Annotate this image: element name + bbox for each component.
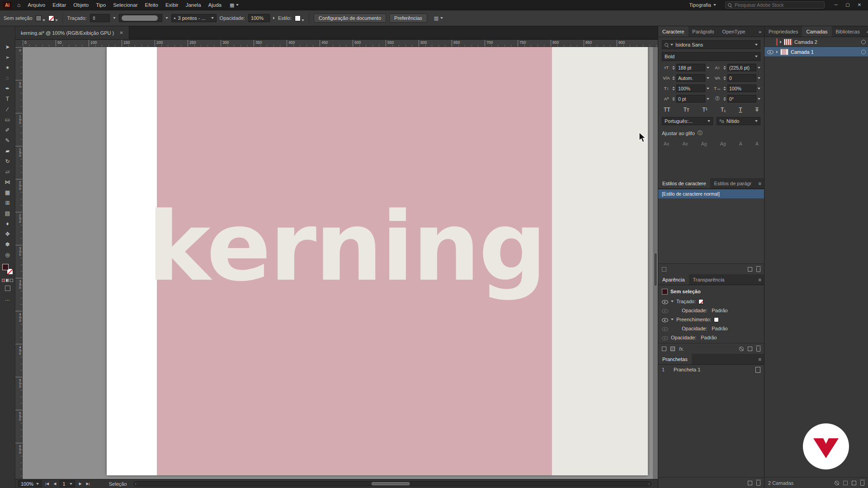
antialias-dropdown[interactable]: ªa Nítido (717, 117, 760, 125)
panel-menu-icon[interactable]: ≡ (759, 181, 761, 186)
new-layer-icon[interactable] (852, 481, 856, 485)
delete-artboard-icon[interactable] (756, 481, 760, 486)
layer-target-icon[interactable] (861, 50, 866, 54)
next-artboard-button[interactable]: ▶ (78, 482, 82, 486)
stepper-icon[interactable] (723, 97, 726, 101)
stroke-none-swatch[interactable] (48, 15, 54, 21)
eyedropper-tool[interactable]: ♦ (1, 218, 14, 229)
subscript-button[interactable]: T₁ (721, 107, 726, 113)
collapse-panel-icon[interactable]: » (759, 29, 761, 34)
horizontal-scrollbar[interactable]: ‹ › (133, 481, 651, 486)
delete-item-icon[interactable] (756, 347, 760, 352)
menu-item[interactable]: Efeito (141, 0, 161, 10)
type-tool[interactable]: T (1, 94, 14, 104)
expand-layer-icon[interactable] (776, 51, 778, 53)
chevron-down-icon[interactable] (758, 88, 760, 89)
opacity-value-link[interactable]: Padrão (712, 308, 727, 313)
new-artboard-icon[interactable] (748, 481, 752, 485)
object-opacity-row[interactable]: Opacidade: Padrão (658, 333, 764, 342)
menu-item[interactable]: Tipo (92, 0, 109, 10)
artboard[interactable]: kerning (107, 47, 648, 475)
character-style-item[interactable]: [Estilo de caractere normal] (658, 189, 764, 198)
character-rotation-field[interactable]: 0° (727, 95, 756, 103)
magic-wand-tool[interactable]: ✶ (1, 62, 14, 73)
add-fill-icon[interactable] (670, 347, 675, 351)
stepper-icon[interactable] (672, 87, 675, 90)
tab-paragrafo[interactable]: Parágrafo (688, 26, 718, 37)
load-styles-icon[interactable] (662, 267, 666, 272)
stroke-weight-field[interactable] (90, 14, 110, 22)
panel-menu-icon[interactable]: ≡ (759, 357, 761, 362)
all-caps-button[interactable]: TT (664, 107, 670, 113)
chevron-down-icon[interactable] (707, 88, 709, 89)
chevron-down-icon[interactable] (758, 98, 760, 100)
appearance-fill-row[interactable]: Preenchimento: (658, 315, 764, 324)
superscript-button[interactable]: T¹ (703, 107, 708, 113)
paintbrush-tool[interactable]: ✐ (1, 125, 14, 135)
stroke-none-swatch[interactable] (698, 299, 703, 304)
tab-aparencia[interactable]: Aparência (658, 274, 689, 285)
document-tab[interactable]: kerning.ai* @ 100% (RGB/Exibição GPU ) ✕ (15, 26, 129, 39)
menu-item[interactable]: Janela (182, 0, 205, 10)
add-stroke-icon[interactable] (662, 347, 666, 351)
vertical-scale-control[interactable]: T↕ 100% (662, 84, 709, 92)
artboard-row[interactable]: 1 Prancheta 1 (658, 365, 764, 375)
baseline-shift-field[interactable]: 0 pt (676, 95, 705, 103)
leading-control[interactable]: A↕ (225,6 pt) (713, 64, 760, 71)
language-dropdown[interactable]: Português:... (662, 117, 713, 125)
layer-name[interactable]: Camada 1 (791, 49, 859, 55)
hand-tool[interactable]: ✽ (1, 239, 14, 249)
tab-propriedades[interactable]: Propriedades (764, 26, 802, 37)
stepper-icon[interactable] (93, 16, 95, 20)
search-input[interactable] (734, 2, 822, 8)
expand-chevron-icon[interactable] (671, 300, 674, 302)
maximize-button[interactable]: ▢ (842, 0, 854, 10)
menu-item[interactable]: Editar (49, 0, 70, 10)
font-size-field[interactable]: 188 pt (676, 64, 705, 71)
stroke-color-control[interactable] (48, 15, 58, 21)
fill-color-control[interactable] (36, 15, 45, 21)
status-readout[interactable]: Seleção (109, 481, 127, 487)
new-style-icon[interactable] (748, 267, 752, 272)
chevron-right-icon[interactable] (273, 17, 275, 19)
font-style-dropdown[interactable]: Bold (662, 52, 760, 61)
strikethrough-button[interactable]: T (755, 107, 759, 113)
tab-opentype[interactable]: OpenType (718, 26, 750, 37)
chevron-down-icon[interactable] (707, 77, 709, 79)
layer-row-camada-1[interactable]: Camada 1 (764, 47, 868, 57)
artboard-number-dropdown[interactable]: 1 (60, 480, 75, 487)
fill-opacity-row[interactable]: Opacidade: Padrão (658, 324, 764, 333)
chevron-down-icon[interactable] (707, 98, 709, 100)
menu-item[interactable]: Arquivo (24, 0, 49, 10)
close-tab-icon[interactable]: ✕ (119, 30, 123, 35)
visibility-eye-icon[interactable] (662, 299, 668, 305)
visibility-eye-icon[interactable] (662, 308, 668, 314)
kerning-field[interactable]: Autom. (676, 74, 705, 82)
lasso-tool[interactable]: ◌ (1, 73, 14, 83)
stepper-icon[interactable] (723, 87, 726, 90)
glyph-snap-button[interactable]: Ag (701, 141, 707, 146)
font-family-dropdown[interactable]: Isidora Sans (662, 40, 760, 49)
menu-item[interactable]: Objeto (70, 0, 92, 10)
visibility-eye-icon[interactable] (662, 317, 668, 323)
font-size-control[interactable]: ᴛT 188 pt (662, 64, 709, 71)
eraser-tool[interactable]: ▰ (1, 145, 14, 156)
visibility-eye-icon[interactable] (662, 326, 668, 332)
delete-layer-icon[interactable] (860, 481, 864, 486)
minimize-button[interactable]: ─ (830, 0, 842, 10)
brush-definition-dropdown[interactable]: • 3 pontos - ... (171, 14, 217, 22)
chevron-down-icon[interactable] (165, 17, 168, 19)
glyph-snap-button[interactable]: A (739, 141, 742, 146)
canvas[interactable]: kerning (23, 47, 658, 479)
horizontal-scrollbar-thumb[interactable] (372, 482, 410, 485)
previous-artboard-button[interactable]: ◀ (52, 482, 57, 486)
character-rotation-control[interactable]: Ⓣ 0° (713, 95, 760, 103)
pen-tool[interactable]: ✒ (1, 83, 14, 94)
opacity-value-link[interactable]: Padrão (701, 335, 717, 340)
layer-thumbnail[interactable] (780, 49, 788, 55)
add-effect-icon[interactable]: fx. (679, 346, 684, 352)
last-artboard-button[interactable]: ▶| (85, 482, 91, 486)
color-mode-gradient[interactable] (6, 279, 9, 282)
color-mode-none[interactable] (10, 279, 13, 282)
delete-style-icon[interactable] (756, 267, 760, 272)
